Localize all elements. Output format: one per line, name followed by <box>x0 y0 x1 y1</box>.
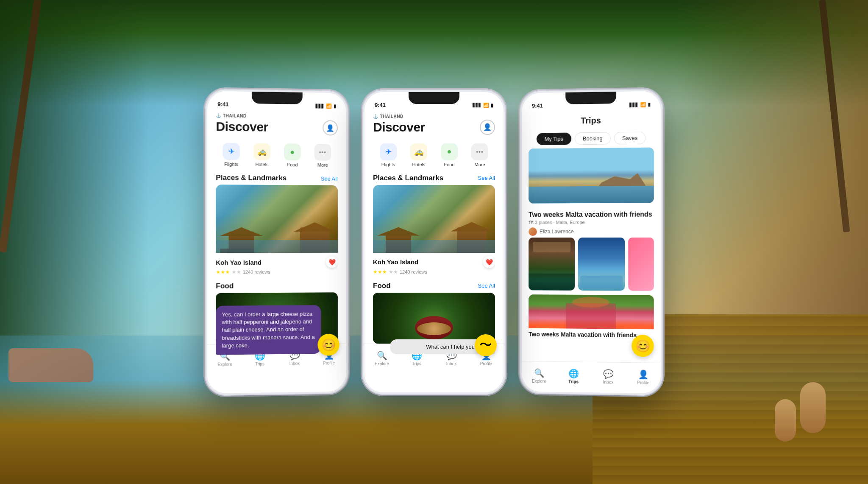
bottom-trip-img <box>529 294 654 329</box>
anchor-icon-left: ⚓ <box>216 113 221 118</box>
anchor-icon-middle: ⚓ <box>373 114 378 119</box>
nav-profile-right[interactable]: 👤 Profile <box>626 366 661 385</box>
trips-content: Two weeks Malta vacation with friends 🗺 … <box>522 147 661 363</box>
categories-middle: ✈ Flights 🚕 Hotels ● Food <box>364 140 504 171</box>
sub-img-2 <box>578 237 625 271</box>
place-card-middle[interactable]: Koh Yao Island ❤️ ★★★★★ 1240 reviews <box>373 185 495 277</box>
place-img-middle <box>373 185 495 253</box>
cat-more-left[interactable]: ••• More <box>308 143 338 167</box>
cat-hotels-left[interactable]: 🚕 Hotels <box>247 143 277 167</box>
trips-header: Trips <box>522 109 661 129</box>
places-header-left: Places & Landmarks See All <box>207 170 346 185</box>
place-info-left: Koh Yao Island ❤️ ★★★★★ 1240 reviews <box>216 252 338 277</box>
stars-middle: ★★★★★ 1240 reviews <box>373 269 495 275</box>
see-all-food-middle[interactable]: See All <box>478 283 495 289</box>
food-section-middle: Food See All <box>364 278 504 344</box>
sub-img-1 <box>529 238 575 271</box>
explore-icon-right: 🔍 <box>534 368 544 378</box>
status-icons-left: ▋▋▋ 📶 ▮ <box>316 103 336 109</box>
cat-hotels-middle[interactable]: 🚕 Hotels <box>403 143 434 167</box>
bottom-nav-right: 🔍 Explore 🌐 Trips 💬 Inbox 👤 Profile <box>522 361 661 393</box>
heart-btn-middle[interactable]: ❤️ <box>483 256 495 268</box>
place-img-left <box>216 185 338 253</box>
signal-icon-left: ▋▋▋ <box>316 104 325 108</box>
food-img-middle <box>373 293 495 344</box>
places-header-middle: Places & Landmarks See All <box>364 171 504 185</box>
bot-btn-left[interactable]: 😊 <box>317 333 339 355</box>
sub-card-2[interactable]: Waiheke Island Resort & Spa 10/07/22 · 3… <box>578 237 625 291</box>
avatar-btn-middle[interactable]: 👤 <box>480 120 495 135</box>
sub-trip-cards: Hilton San Francisco Union Square 16/07/… <box>529 237 654 291</box>
discover-header-middle: ⚓ THAILAND Discover 👤 <box>364 111 504 140</box>
main-trip-info: Two weeks Malta vacation with friends 🗺 … <box>529 207 654 238</box>
nav-trips-right[interactable]: 🌐 Trips <box>556 364 591 384</box>
cat-food-left[interactable]: ● Food <box>277 143 308 168</box>
stars-left: ★★★★★ 1240 reviews <box>216 269 338 275</box>
see-all-places-left[interactable]: See All <box>321 175 338 182</box>
time-left: 9:41 <box>217 101 228 107</box>
main-trip-card[interactable] <box>529 147 654 203</box>
bot-btn-right[interactable]: 😊 <box>632 334 654 357</box>
phone-right: 9:41 ▋▋▋ 📶 ▮ Trips My Tips Booking Saves <box>519 88 663 396</box>
notch-right <box>565 92 616 104</box>
sub-card-1[interactable]: Hilton San Francisco Union Square 16/07/… <box>529 238 575 291</box>
cat-flights-left[interactable]: ✈ Flights <box>216 143 247 167</box>
nav-inbox-right[interactable]: 💬 Inbox <box>591 365 626 385</box>
trips-icon-right: 🌐 <box>568 368 579 378</box>
author-avatar <box>529 227 537 236</box>
notch-middle <box>409 92 459 104</box>
avatar-btn-left[interactable]: 👤 <box>323 120 338 135</box>
tab-saves[interactable]: Saves <box>614 131 646 144</box>
wifi-icon-middle: 📶 <box>483 103 489 108</box>
place-info-middle: Koh Yao Island ❤️ ★★★★★ 1240 reviews <box>373 253 495 277</box>
tab-booking[interactable]: Booking <box>575 132 611 145</box>
trip-meta: 🗺 3 places · Malta, Europe <box>529 219 654 225</box>
main-trip-img <box>529 147 654 203</box>
battery-icon-right: ▮ <box>648 101 651 107</box>
phone-left: 9:41 ▋▋▋ 📶 ▮ ⚓ THAILAND Discover <box>205 88 349 396</box>
phone-middle: 9:41 ▋▋▋ 📶 ▮ ⚓ THAILAND Discover <box>362 90 506 395</box>
status-icons-middle: ▋▋▋ 📶 ▮ <box>473 103 493 108</box>
bottom-trip-card[interactable]: Two weeks Malta vacation with friends <box>529 294 654 341</box>
food-header-left: Food <box>207 278 346 293</box>
battery-icon-middle: ▮ <box>491 103 493 108</box>
wifi-icon-right: 📶 <box>640 102 646 107</box>
signal-icon-middle: ▋▋▋ <box>473 103 481 107</box>
screen-middle: ⚓ THAILAND Discover 👤 ✈ Flights <box>364 111 504 392</box>
location-tag-left: ⚓ THAILAND <box>216 113 338 120</box>
inbox-icon-right: 💬 <box>603 369 613 379</box>
see-all-places-middle[interactable]: See All <box>478 175 495 181</box>
discover-title-left: Discover <box>216 119 268 134</box>
phones-container: 9:41 ▋▋▋ 📶 ▮ ⚓ THAILAND Discover <box>0 0 868 484</box>
discover-header-left: ⚓ THAILAND Discover 👤 <box>207 109 346 140</box>
cat-flights-middle[interactable]: ✈ Flights <box>373 143 403 167</box>
notch-left <box>252 92 303 104</box>
sub-card-3[interactable]: The Ch... 08/ <box>628 237 654 291</box>
cat-food-middle[interactable]: ● Food <box>434 143 465 167</box>
nav-explore-right[interactable]: 🔍 Explore <box>522 364 556 383</box>
time-right: 9:41 <box>532 102 543 109</box>
tab-my-tips[interactable]: My Tips <box>537 132 571 145</box>
screen-left: ⚓ THAILAND Discover 👤 ✈ Flights <box>207 109 346 393</box>
chat-bubble-left: Yes, can I order a large cheese pizza wi… <box>216 305 321 355</box>
bot-btn-middle[interactable]: 〜 <box>475 334 497 356</box>
battery-icon-left: ▮ <box>334 103 336 109</box>
screen-right: Trips My Tips Booking Saves <box>522 109 661 393</box>
profile-icon-right: 👤 <box>638 369 648 379</box>
sub-img-3 <box>628 237 654 271</box>
categories-left: ✈ Flights 🚕 Hotels ● Food <box>207 139 346 171</box>
location-tag-middle: ⚓ THAILAND <box>373 114 495 119</box>
food-header-middle: Food See All <box>364 278 504 293</box>
discover-title-middle: Discover <box>373 120 425 134</box>
wifi-icon-left: 📶 <box>326 103 332 109</box>
trip-author: Eliza Lawrence <box>529 227 654 235</box>
cat-more-middle[interactable]: ••• More <box>465 143 495 167</box>
signal-icon-right: ▋▋▋ <box>629 102 638 106</box>
explore-icon-middle: 🔍 <box>377 350 387 361</box>
trips-tabs: My Tips Booking Saves <box>522 128 661 149</box>
status-icons-right: ▋▋▋ 📶 ▮ <box>629 101 650 107</box>
place-card-left[interactable]: Koh Yao Island ❤️ ★★★★★ 1240 reviews <box>216 185 338 277</box>
time-middle: 9:41 <box>375 102 386 108</box>
map-icon: 🗺 <box>529 220 533 225</box>
heart-btn-left[interactable]: ❤️ <box>326 256 338 268</box>
